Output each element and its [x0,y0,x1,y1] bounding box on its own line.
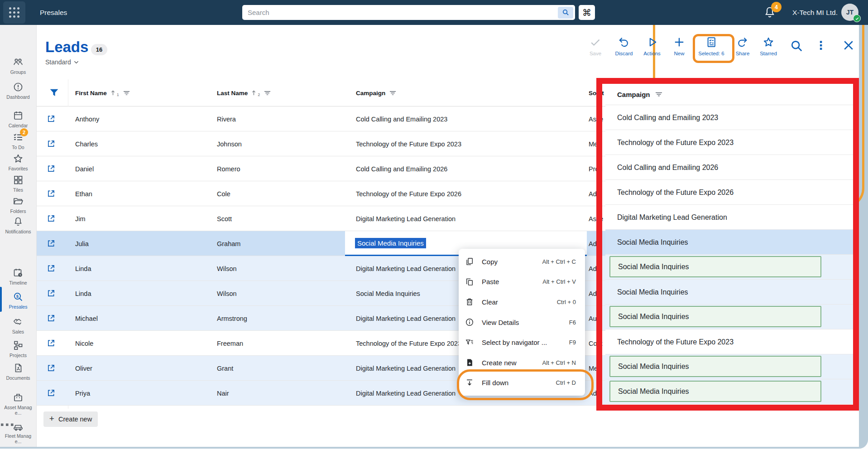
open-record-icon[interactable] [46,339,56,348]
cell-first-name: Jim [75,206,86,231]
cell-last-name: Rivera [217,106,236,131]
menu-item-label: Paste [482,278,542,285]
create-new-button[interactable]: + Create new [43,411,98,427]
sidebar-item-sales[interactable]: Sales [0,316,36,335]
menu-item-shortcut: Alt + Ctrl + N [542,359,576,366]
menu-item-clear[interactable]: ClearCtrl + 0 [459,292,585,312]
sidebar-item-groups[interactable]: Groups [0,57,36,75]
app-screen: Presales ⌘ 4 X-Tech MI Ltd. JT GroupsDas… [0,0,868,450]
column-header-campaign[interactable]: Campaign [356,79,397,106]
open-record-icon[interactable] [46,139,56,149]
search-submit-button[interactable] [558,7,573,19]
overlay-row: Cold Calling and Emailing 2026 [605,155,853,180]
sidebar-item-calendar[interactable]: Calendar [0,110,36,129]
menu-item-create-new[interactable]: Create newAlt + Ctrl + N [459,353,585,373]
search-input[interactable] [242,9,558,16]
open-record-icon[interactable] [46,239,56,248]
filter-funnel-icon[interactable] [48,87,60,98]
open-record-icon[interactable] [46,189,56,198]
menu-item-label: Copy [482,258,542,266]
sidebar-more-button[interactable] [0,423,36,426]
sidebar-item-timeline[interactable]: Timeline [0,267,36,286]
toolbar-button-label: Starred [760,51,777,56]
cell-campaign: Digital Marketing Lead Generation [356,356,456,381]
keyboard-shortcut-button[interactable]: ⌘ [579,5,595,20]
open-record-icon[interactable] [46,114,56,124]
open-record-icon[interactable] [46,214,56,223]
filter-lines-icon [389,90,397,96]
menu-item-fill-down[interactable]: Fill downCtrl + D [459,373,585,393]
sidebar-item-tiles[interactable]: Tiles [0,174,36,193]
tiles-icon [13,174,24,185]
close-button[interactable] [842,39,854,53]
open-record-icon[interactable] [46,164,56,174]
search-icon [562,9,570,16]
app-launcher-button[interactable] [3,1,25,24]
filled-cell-highlight: Social Media Inquiries [609,356,821,377]
sidebar-item-presales[interactable]: $Presales [0,291,36,310]
more-options-button[interactable] [815,39,827,53]
column-header-first-name[interactable]: First Name1 [75,79,130,106]
sidebar-item-notifications[interactable]: Notifications [0,216,36,235]
new-button[interactable]: New [673,36,685,56]
sort-ascending-icon [251,90,256,96]
sidebar-item-dashboard[interactable]: Dashboard [0,82,36,100]
sidebar-item-documents[interactable]: Documents [0,363,36,381]
close-icon [842,39,854,51]
plus-icon: + [49,414,54,424]
cell-campaign: Digital Marketing Lead Generation [356,256,456,281]
open-record-icon[interactable] [46,314,56,323]
menu-item-shortcut: F6 [569,319,576,326]
open-record-icon[interactable] [46,363,56,373]
sidebar-item-label: Documents [4,376,33,381]
sidebar-item-label: Sales [4,329,33,335]
open-record-icon[interactable] [46,289,56,298]
sidebar-item-favorites[interactable]: Favorites [0,153,36,172]
cell-first-name: Charles [75,131,98,156]
save-button[interactable]: Save [590,36,601,56]
sidebar-item-label: To Do [4,145,33,150]
folders-icon [13,196,24,207]
star-icon [762,36,774,48]
discard-button[interactable]: Discard [615,36,633,56]
overlay-row-text: Cold Calling and Emailing 2026 [617,155,718,180]
menu-item-view-details[interactable]: View DetailsF6 [459,312,585,333]
open-record-icon[interactable] [46,264,56,273]
cell-last-name: Johnson [217,131,242,156]
workspace-title: Presales [40,0,67,25]
cell-last-name: Armstrong [217,306,247,331]
menu-item-select-by-navigator[interactable]: Select by navigator ...F9 [459,332,585,353]
sidebar-item-asset-manage[interactable]: Asset Manage... [0,392,36,416]
filldown-icon [465,378,474,387]
table-search-button[interactable] [790,39,801,53]
cell-solution: Addi [589,231,602,256]
sidebar-item-projects[interactable]: Projects [0,340,36,358]
starred-button[interactable]: Starred [760,36,777,56]
toolbar-button-label: Save [590,51,601,56]
menu-item-copy[interactable]: CopyAlt + Ctrl + C [459,252,585,272]
sidebar-item-folders[interactable]: Folders [0,196,36,214]
cell-solution: Addi [589,256,602,281]
selected-count-button[interactable]: Selected: 6 [698,36,724,56]
share-button[interactable]: Share [736,36,750,56]
sort-ascending-icon [110,90,115,96]
cell-solution: Addi [589,181,602,206]
sidebar-item-label: Tiles [4,188,33,193]
sidebar-item-label: Asset Manage... [4,405,33,416]
cell-campaign: Digital Marketing Lead Generation [356,206,456,231]
sort-order-number: 1 [117,92,119,97]
open-record-icon[interactable] [46,388,56,398]
actions-button[interactable]: Actions [643,36,661,56]
menu-item-label: Fill down [482,379,556,387]
sidebar-item-to-do[interactable]: 2To Do [0,132,36,150]
cell-last-name: Wilson [217,281,237,306]
cell-campaign: Digital Marketing Lead Generation [356,381,456,406]
record-count-badge: 16 [91,44,107,55]
overlay-row-text: Social Media Inquiries [618,307,689,326]
column-header-last-name[interactable]: Last Name2 [217,79,271,106]
filter-lines-icon [655,91,663,97]
view-selector[interactable]: Standard [45,58,79,66]
menu-item-paste[interactable]: PasteAlt + Ctrl + V [459,272,585,292]
overlay-row-text: Social Media Inquiries [618,257,689,276]
todo-count-badge: 2 [20,128,28,136]
